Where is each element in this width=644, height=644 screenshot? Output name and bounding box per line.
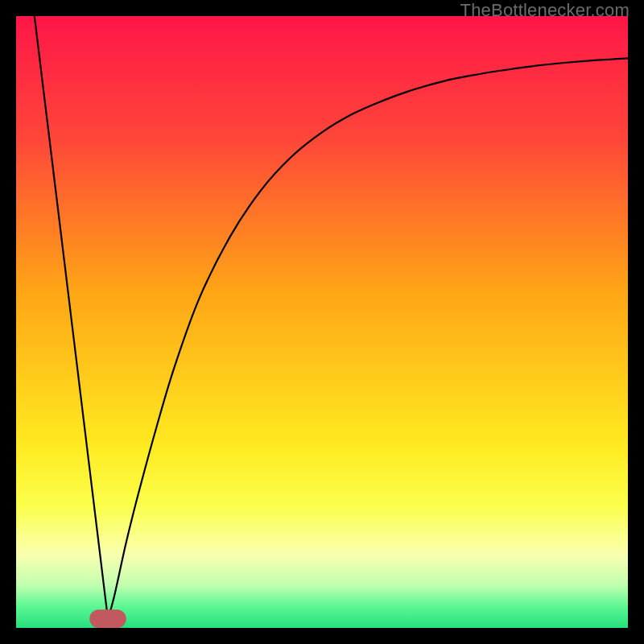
chart-background xyxy=(16,16,628,628)
watermark-text: TheBottlenecker.com xyxy=(460,0,630,21)
chart-svg xyxy=(16,16,628,628)
chart-frame xyxy=(16,16,628,628)
optimum-marker xyxy=(89,609,126,628)
chart-marker-layer xyxy=(89,609,126,628)
